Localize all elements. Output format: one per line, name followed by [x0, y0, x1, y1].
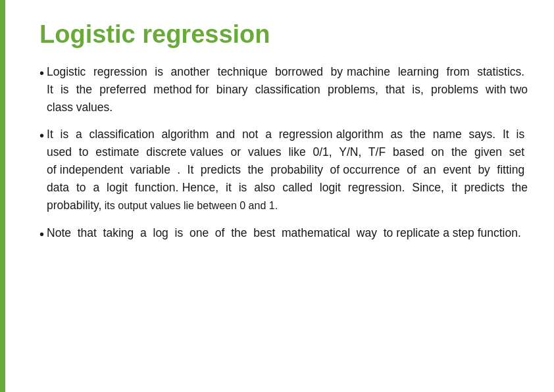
left-accent-bar	[0, 0, 5, 392]
bullet-item-3: • Note that taking a log is one of the b…	[39, 224, 528, 245]
bullet-item-1: • Logistic regression is another techniq…	[39, 63, 528, 116]
slide-title: Logistic regression	[39, 20, 528, 50]
bullet-text-3: Note that taking a log is one of the bes…	[47, 224, 528, 242]
content-area: • Logistic regression is another techniq…	[39, 63, 528, 245]
bullet-dot-3: •	[39, 224, 44, 245]
bullet-dot-2: •	[39, 126, 44, 146]
slide-container: Logistic regression • Logistic regressio…	[0, 0, 554, 392]
bullet-text-2: It is a classification algorithm and not…	[47, 126, 528, 215]
bullet-item-2: • It is a classification algorithm and n…	[39, 126, 528, 215]
bullet-dot-1: •	[39, 63, 44, 84]
bullet-text-1: Logistic regression is another technique…	[47, 63, 528, 116]
